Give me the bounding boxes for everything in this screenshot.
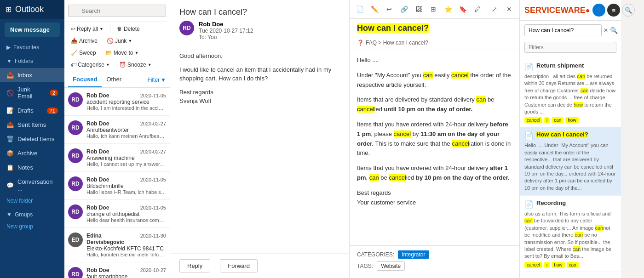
faq-image-icon[interactable]: 🖼	[412, 3, 425, 16]
sidebar-item-sent[interactable]: 📤 Sent Items	[0, 118, 64, 132]
junk-button[interactable]: 🚫 Junk ▼	[103, 36, 136, 46]
reply-all-button[interactable]: ↩ Reply all ▼	[67, 24, 107, 34]
reply-button[interactable]: Reply	[179, 259, 210, 272]
sidebar-item-deleted[interactable]: 🗑️ Deleted Items	[0, 132, 64, 146]
categorise-button[interactable]: 🏷 Categorise ▼	[67, 60, 114, 70]
sw-result-item[interactable]: 📄 Return shipment description all articl…	[520, 58, 621, 127]
sw-search-icon[interactable]: 🔍	[622, 4, 635, 17]
sw-search-input[interactable]	[524, 24, 602, 36]
sw-filters-input[interactable]	[524, 42, 616, 53]
email-date: 2020-11-05	[140, 93, 166, 98]
avatar: RD	[68, 92, 83, 107]
sweep-icon: 🧹	[71, 50, 78, 56]
new-group-link[interactable]: New group	[0, 221, 64, 233]
archive-button[interactable]: 📥 Archive	[67, 36, 101, 46]
email-date: 2020-10-27	[140, 267, 166, 273]
sidebar-item-label: Archive	[17, 150, 58, 157]
sidebar-item-label: Deleted Items	[17, 136, 58, 142]
grid-icon[interactable]: ⊞	[6, 5, 12, 14]
email-list-item[interactable]: RD Rob Doe 2020-11-05 accident reporting…	[64, 88, 170, 116]
email-sender: Rob Doe	[86, 204, 109, 211]
sw-result-item[interactable]: 📄 Recording also as a form. This form is…	[520, 196, 621, 272]
email-sender: Rob Doe	[86, 92, 109, 99]
email-sender-row: RD Rob Doe Tue 2020-10-27 17:12 To: You	[179, 21, 340, 40]
action-divider	[215, 260, 215, 272]
inbox-icon: 📥	[6, 72, 14, 79]
tags-tag[interactable]: Website	[377, 261, 405, 271]
sw-search-go-icon[interactable]: 🔍	[610, 27, 618, 34]
email-preview: Hello, I am interested in the accident r…	[86, 105, 166, 111]
faq-undo-icon[interactable]: ↩	[383, 3, 396, 16]
email-body: Good afternoon, I would like to cancel a…	[170, 46, 349, 253]
filter-button[interactable]: Filter ▼	[147, 77, 166, 83]
sw-chip: how	[552, 262, 564, 268]
faq-doc-icon[interactable]: 📄	[353, 3, 366, 16]
faq-hello: Hello ....	[357, 56, 512, 65]
search-input[interactable]	[68, 5, 166, 17]
sw-user-icon[interactable]: 👤	[592, 4, 605, 17]
sidebar-item-groups[interactable]: ▼ Groups	[0, 208, 64, 221]
serviceware-logo: SERVICEWARE●	[524, 6, 590, 15]
filter-arrow-icon: ▼	[161, 77, 166, 83]
email-list-item[interactable]: RD Rob Doe 2020-10-27 fault smartphone H…	[64, 262, 170, 278]
serviceware-panel: SERVICEWARE● 👤 ≡ 🔍 ✕ 🔍 📄 Return shipment…	[520, 0, 621, 278]
sw-search-bar: ✕ 🔍	[520, 21, 621, 40]
faq-edit-icon[interactable]: ✏️	[368, 3, 381, 16]
sidebar-item-label: Notes	[17, 164, 58, 171]
move-to-button[interactable]: 📂 Move to ▼	[102, 48, 143, 58]
email-sender: Rob Doe	[86, 120, 109, 127]
new-folder-link[interactable]: New folder	[0, 196, 64, 208]
email-list-item[interactable]: RD Rob Doe 2020-11-05 Bildschirmbrille H…	[64, 172, 170, 200]
faq-title: How can I cancel?	[357, 23, 512, 33]
sidebar-item-drafts[interactable]: 📝 Drafts 71	[0, 103, 64, 118]
forward-button[interactable]: Forward	[220, 259, 258, 272]
sw-results-list: 📄 Return shipment description all articl…	[520, 57, 621, 278]
email-subject: change of orthopedist	[86, 211, 166, 217]
faq-bookmark-icon[interactable]: 🔖	[456, 3, 469, 16]
sidebar-item-inbox[interactable]: 📥 Inbox	[0, 68, 64, 82]
faq-pen-icon[interactable]: 🖊	[471, 3, 484, 16]
expand-button[interactable]: ⤢	[488, 3, 501, 16]
new-message-button[interactable]: New message	[5, 23, 60, 37]
junk-icon: 🚫	[6, 90, 14, 96]
sidebar-item-notes[interactable]: 📋 Notes	[0, 160, 64, 175]
avatar: ED	[68, 233, 83, 247]
email-subject: Answering machine	[86, 155, 166, 161]
deleted-icon: 🗑️	[6, 136, 14, 142]
tab-other[interactable]: Other	[102, 72, 126, 87]
sidebar-item-folders[interactable]: ▼ Folders	[0, 54, 64, 68]
categorise-icon: 🏷	[71, 62, 76, 68]
email-list-item[interactable]: RD Rob Doe 2020-02-27 Anrufbeantworter H…	[64, 116, 170, 144]
faq-grid-icon[interactable]: ⊞	[427, 3, 440, 16]
email-list: RD Rob Doe 2020-11-05 accident reporting…	[64, 88, 170, 278]
sw-result-icon: 📄	[524, 131, 534, 140]
email-list-item[interactable]: RD Rob Doe 2020-02-27 Answering machine …	[64, 144, 170, 172]
sender-info: Rob Doe Tue 2020-10-27 17:12 To: You	[199, 21, 340, 40]
sw-clear-icon[interactable]: ✕	[604, 27, 608, 34]
faq-tags-row: TAGS: Website	[357, 261, 512, 271]
faq-star-icon[interactable]: ⭐	[442, 3, 454, 16]
sidebar-item-favourites[interactable]: ▶ Favourites	[0, 40, 64, 54]
sw-menu-icon[interactable]: ≡	[607, 4, 620, 17]
sidebar-item-archive[interactable]: 📦 Archive	[0, 146, 64, 160]
email-preview: Hallo, ich kann meinen Anrufbeantworte..…	[86, 133, 166, 139]
snooze-button[interactable]: ⏰ Snooze ▼	[115, 60, 155, 70]
tab-focused[interactable]: Focused	[68, 72, 102, 87]
faq-link-icon[interactable]: 🔗	[397, 3, 410, 16]
email-list-item[interactable]: RD Rob Doe 2020-11-05 change of orthoped…	[64, 200, 170, 228]
faq-body: Hello .... Under "My Account" you can ea…	[350, 50, 519, 245]
sidebar-item-junk[interactable]: 🚫 Junk Email 2	[0, 82, 64, 103]
email-list-item[interactable]: ED Edina Dervisbegovic 2020-11-30 Elekto…	[64, 228, 170, 262]
categories-tag[interactable]: Integrator	[398, 250, 429, 259]
sw-result-desc: also as a form. This form is official an…	[524, 210, 616, 260]
sweep-button[interactable]: 🧹 Sweep	[67, 48, 100, 58]
close-button[interactable]: ✕	[503, 3, 516, 16]
sw-result-item[interactable]: 📄 How can I cancel? Hello .... Under "My…	[520, 127, 621, 196]
serviceware-header: SERVICEWARE● 👤 ≡ 🔍	[520, 0, 621, 21]
email-toolbar: ↩ Reply all ▼ 🗑 Delete 📥 Archive 🚫 Junk …	[64, 22, 170, 72]
sw-chip: i	[544, 117, 550, 123]
email-preview: Hello, I cannot set up my answering mac.…	[86, 161, 166, 167]
delete-button[interactable]: 🗑 Delete	[113, 24, 144, 34]
faq-body-p3: Items that you have ordered with 24-hour…	[357, 120, 512, 158]
sidebar-item-conversation[interactable]: 💬 Conversation ...	[0, 175, 64, 196]
